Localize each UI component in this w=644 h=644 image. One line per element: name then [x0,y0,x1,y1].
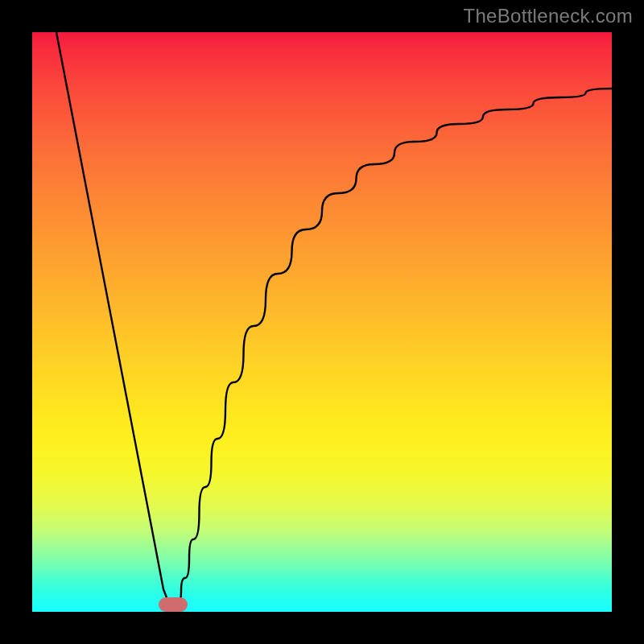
watermark-text: TheBottleneck.com [463,5,633,27]
plot-area [32,32,612,612]
chart-frame: TheBottleneck.com [0,0,644,644]
bottleneck-marker [159,597,188,612]
bottleneck-curve [32,32,612,612]
curve-path [56,32,612,606]
